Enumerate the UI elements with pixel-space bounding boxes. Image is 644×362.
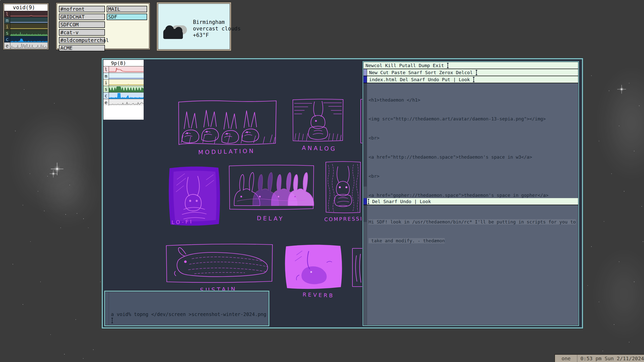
artwork-delay: DELAY xyxy=(227,163,315,211)
ether-graph xyxy=(10,42,48,49)
acme-column-tag[interactable]: New Cut Paste Snarf Sort Zerox Delcol xyxy=(364,69,578,76)
scrollbar-thumb[interactable] xyxy=(364,205,367,222)
mem-graph xyxy=(109,73,144,79)
weather-city: Birmingham xyxy=(193,19,225,25)
window1-tag-commands[interactable]: index.html Del Snarf Undo Put | Look xyxy=(367,77,473,82)
text-cursor xyxy=(473,77,474,82)
weather-widget: Birminghamovercast clouds+63°F xyxy=(156,2,231,51)
terminal-window[interactable]: a void% topng </dev/screen >screenshot-w… xyxy=(104,290,270,327)
window2-tag-commands[interactable]: Del Snarf Undo | Look xyxy=(369,199,431,204)
stat-row-sys: s xyxy=(103,86,144,93)
column-layout-box[interactable] xyxy=(364,69,367,76)
art-label-reverb: REVERB xyxy=(303,292,335,299)
stat-row-intr: i xyxy=(4,24,48,30)
terminal-command-line[interactable]: a void% topng </dev/screen >screenshot-w… xyxy=(111,311,266,317)
stat-row-ctx: c xyxy=(103,93,144,99)
nebula-right-lower xyxy=(594,246,644,342)
stat-row-load: l xyxy=(4,11,48,17)
weather-text: Birminghamovercast clouds+63°F xyxy=(193,19,241,38)
acme-window2-body[interactable]: Hi SDF! look in /usr/thedaemon/bin/rc* I… xyxy=(364,205,578,325)
scrollbar[interactable] xyxy=(364,205,367,325)
intr-graph xyxy=(109,79,144,86)
channel-button-cat-v[interactable]: #cat-v xyxy=(59,29,105,36)
art-label-lo-fi: LO-FI xyxy=(172,219,193,225)
stat-row-ether: e xyxy=(4,42,48,49)
status-bar: one 0:53 pm Sun 2/11/2024 xyxy=(554,354,644,362)
column-tag-commands[interactable]: New Cut Paste Snarf Sort Zerox Delcol xyxy=(367,70,475,75)
artwork-analog: ANALOG xyxy=(291,98,345,143)
editor-text[interactable]: Hi SDF! look in /usr/thedaemon/bin/rc* I… xyxy=(367,206,578,257)
stat-row-mem: m xyxy=(4,17,48,24)
stat-row-intr: i xyxy=(103,79,144,86)
weather-condition: overcast clouds xyxy=(193,26,241,32)
artwork-sustain: SUSTAIN xyxy=(164,241,274,284)
window-layout-box[interactable] xyxy=(364,198,367,205)
acme-window1-tag[interactable]: index.html Del Snarf Undo Put | Look xyxy=(364,76,578,83)
ctx-graph xyxy=(10,36,48,42)
intr-graph xyxy=(10,24,48,30)
ether-graph xyxy=(109,99,144,106)
workspace-indicator[interactable]: one xyxy=(555,355,577,362)
channel-button-nofront[interactable]: #nofront xyxy=(59,6,105,12)
weather-temperature: +63°F xyxy=(193,32,209,38)
acme-editor: Newcol Kill Putall Dump Exit New Cut Pas… xyxy=(362,61,579,326)
ctx-graph xyxy=(109,93,144,99)
scrollbar-thumb[interactable] xyxy=(364,83,367,187)
artwork-reverb: REVERB xyxy=(281,242,345,291)
artwork-partial-bottom xyxy=(350,246,363,289)
stat-row-ether: e xyxy=(103,99,144,106)
channel-button-mail[interactable]: MAIL xyxy=(107,6,147,12)
nebula-left-lower xyxy=(38,161,98,226)
channel-button-sdfcom[interactable]: SDFCOM xyxy=(59,21,105,28)
scrollbar[interactable] xyxy=(364,83,367,198)
window-title: 9p(8) xyxy=(103,60,144,66)
acme-main-tag[interactable]: Newcol Kill Putall Dump Exit xyxy=(364,62,578,69)
channel-button-acme[interactable]: ACME xyxy=(59,45,105,51)
text-cursor xyxy=(448,63,448,68)
text-cursor xyxy=(112,318,112,323)
load-graph xyxy=(10,11,48,17)
stats-window-9p8: 9p(8) l m i s c xyxy=(103,60,144,120)
bright-star xyxy=(56,168,58,170)
acme-window1-body[interactable]: <h1>thedaemon </h1> <img src="http://the… xyxy=(364,83,578,198)
scrollbar[interactable] xyxy=(109,292,109,325)
text-cursor xyxy=(368,199,369,204)
chat-panel: #nofront GRIDCHAT SDFCOM #cat-v #oldcomp… xyxy=(56,3,150,50)
channel-button-oldcomputerchal[interactable]: #oldcomputerchal xyxy=(59,37,105,43)
art-label-analog: ANALOG xyxy=(302,145,337,152)
artwork-compression: COMPRESSION xyxy=(324,160,362,214)
window-layout-box[interactable] xyxy=(364,76,367,83)
stat-row-sys: s xyxy=(4,30,48,36)
load-graph xyxy=(109,66,144,73)
stat-row-load: l xyxy=(103,66,144,73)
editor-text[interactable]: <h1>thedaemon </h1> <img src="http://the… xyxy=(367,84,578,198)
nebula-left xyxy=(10,108,86,214)
main-tag-commands[interactable]: Newcol Kill Putall Dump Exit xyxy=(364,63,447,68)
artwork-modulation: MODULATION xyxy=(177,99,278,147)
sys-graph xyxy=(109,86,144,92)
starfield xyxy=(0,0,1,1)
mem-graph xyxy=(10,17,48,23)
clock: 0:53 pm Sun 2/11/2024 xyxy=(577,355,644,362)
window-title: void(9) xyxy=(4,4,48,11)
channel-button-sdf-selected[interactable]: SDF xyxy=(107,14,147,20)
nebula-right xyxy=(599,65,644,181)
stats-window-void9: void(9) l m i s c e xyxy=(3,3,49,50)
bright-star xyxy=(621,89,622,90)
stat-row-ctx: c xyxy=(4,36,48,42)
text-cursor xyxy=(476,70,477,75)
acme-window2-tag[interactable]: Del Snarf Undo | Look xyxy=(364,198,578,205)
artwork-lo-fi: LO-FI xyxy=(166,164,223,228)
sys-graph xyxy=(10,30,48,36)
art-label-delay: DELAY xyxy=(257,215,284,222)
channel-button-gridchat[interactable]: GRIDCHAT xyxy=(59,14,105,20)
stat-row-mem: m xyxy=(103,73,144,79)
overcast-clouds-icon xyxy=(163,25,188,39)
art-label-modulation: MODULATION xyxy=(198,148,255,156)
desktop: void(9) l m i s c e xyxy=(0,0,644,362)
bright-star xyxy=(53,173,54,174)
